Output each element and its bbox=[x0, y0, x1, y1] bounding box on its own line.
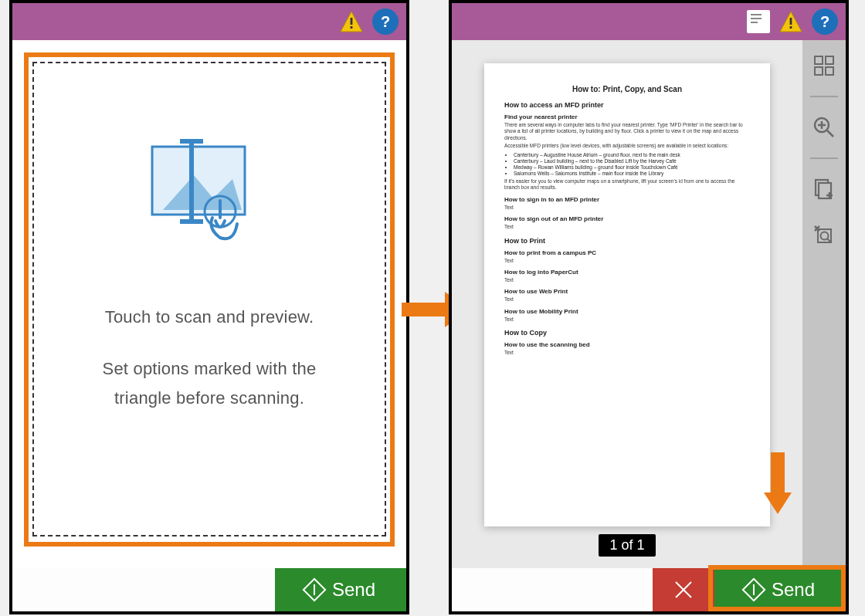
doc-h3-find: Find your nearest printer bbox=[504, 113, 750, 120]
toolbar-separator bbox=[810, 96, 838, 97]
doc-p-view: If it's easier for you to view computer … bbox=[504, 178, 750, 191]
doc-body-text: Text bbox=[504, 296, 750, 303]
doc-body-text: Text bbox=[504, 224, 750, 230]
doc-subheading: How to sign in to an MFD printer bbox=[504, 196, 750, 203]
svg-rect-7 bbox=[180, 219, 203, 224]
zoom-in-button[interactable] bbox=[808, 111, 840, 144]
doc-bullet: Canterbury – Laud building – next to the… bbox=[514, 158, 750, 164]
help-icon[interactable]: ? bbox=[372, 8, 399, 35]
preview-body: How to: Print, Copy, and Scan How to acc… bbox=[452, 40, 846, 568]
doc-subheading: How to sign out of an MFD printer bbox=[504, 215, 750, 222]
cancel-button[interactable] bbox=[653, 568, 714, 611]
send-button[interactable]: Send bbox=[714, 568, 846, 611]
scan-preview-illustration-icon bbox=[140, 133, 279, 264]
svg-rect-11 bbox=[790, 26, 792, 29]
instruction-line-2b: triangle before scanning. bbox=[114, 388, 304, 408]
doc-bullet: Canterbury – Augustine House Atrium – gr… bbox=[514, 152, 750, 157]
doc-bullet: Salomons Wells – Salomons Institute – ma… bbox=[514, 171, 750, 176]
send-diamond-icon bbox=[302, 577, 326, 601]
preview-area[interactable]: How to: Print, Copy, and Scan How to acc… bbox=[452, 40, 802, 568]
header-bar: ? bbox=[12, 3, 406, 40]
doc-body-text: Text bbox=[504, 277, 750, 283]
doc-body-text: Text bbox=[504, 316, 750, 323]
doc-body-text: Text bbox=[504, 258, 750, 264]
clear-crop-button[interactable] bbox=[808, 219, 840, 252]
svg-rect-13 bbox=[826, 56, 833, 64]
toolbar-separator bbox=[810, 157, 838, 159]
doc-body-text: Text bbox=[504, 205, 750, 211]
footer-bar: Send bbox=[12, 568, 406, 611]
doc-h2-access: How to access an MFD printer bbox=[504, 101, 750, 109]
doc-p-accessible: Accessible MFD printers (low level devic… bbox=[504, 143, 750, 149]
scan-instructions: Touch to scan and preview. Set options m… bbox=[103, 295, 317, 420]
doc-h2-print: How to Print bbox=[504, 237, 750, 245]
doc-h2-copy: How to Copy bbox=[504, 329, 750, 337]
instruction-line-1: Touch to scan and preview. bbox=[103, 303, 317, 331]
scanned-page-preview: How to: Print, Copy, and Scan How to acc… bbox=[484, 63, 770, 526]
send-diamond-icon bbox=[741, 577, 765, 601]
preview-toolbar bbox=[802, 40, 846, 568]
doc-subheading: How to use the scanning bed bbox=[504, 341, 750, 348]
svg-rect-2 bbox=[351, 26, 353, 29]
document-icon[interactable] bbox=[747, 10, 770, 33]
doc-subheading: How to log into PaperCut bbox=[504, 269, 750, 276]
svg-rect-5 bbox=[189, 140, 194, 222]
doc-subheading: How to print from a campus PC bbox=[504, 249, 750, 256]
send-button-label: Send bbox=[332, 579, 375, 601]
doc-p-find: There are several ways in computer labs … bbox=[504, 122, 750, 141]
screen-after-scan: ? How to: Print, Copy, and Scan How to a… bbox=[449, 0, 849, 614]
doc-subheading: How to use Web Print bbox=[504, 288, 750, 295]
help-icon[interactable]: ? bbox=[812, 8, 838, 35]
warning-icon[interactable] bbox=[338, 8, 365, 35]
send-button-label: Send bbox=[772, 579, 815, 601]
svg-rect-12 bbox=[815, 56, 823, 64]
warning-icon[interactable] bbox=[778, 8, 804, 35]
svg-rect-1 bbox=[351, 18, 353, 25]
svg-line-17 bbox=[827, 130, 833, 137]
footer-bar: Send bbox=[452, 568, 846, 611]
scan-prompt-body: Touch to scan and preview. Set options m… bbox=[12, 40, 406, 568]
svg-rect-15 bbox=[826, 67, 833, 75]
doc-bullets: Canterbury – Augustine House Atrium – gr… bbox=[514, 152, 750, 176]
send-button[interactable]: Send bbox=[275, 568, 406, 611]
add-page-button[interactable] bbox=[808, 173, 840, 205]
svg-rect-14 bbox=[815, 67, 823, 75]
close-icon bbox=[673, 579, 694, 601]
scan-touch-area[interactable]: Touch to scan and preview. Set options m… bbox=[32, 62, 386, 536]
highlight-arrow-down-icon bbox=[764, 452, 792, 514]
header-bar: ? bbox=[452, 3, 846, 40]
doc-subheading: How to use Mobility Print bbox=[504, 308, 750, 315]
instruction-line-2a: Set options marked with the bbox=[103, 359, 317, 378]
screen-before-scan: ? Touch to scan and pr bbox=[9, 0, 409, 614]
svg-rect-6 bbox=[180, 139, 203, 144]
doc-bullet: Medway – Rowan Williams building – groun… bbox=[514, 164, 750, 170]
doc-title: How to: Print, Copy, and Scan bbox=[504, 85, 750, 93]
grid-view-button[interactable] bbox=[808, 49, 840, 82]
page-counter: 1 of 1 bbox=[599, 534, 655, 557]
svg-rect-10 bbox=[790, 18, 792, 25]
doc-body-text: Text bbox=[504, 350, 750, 356]
